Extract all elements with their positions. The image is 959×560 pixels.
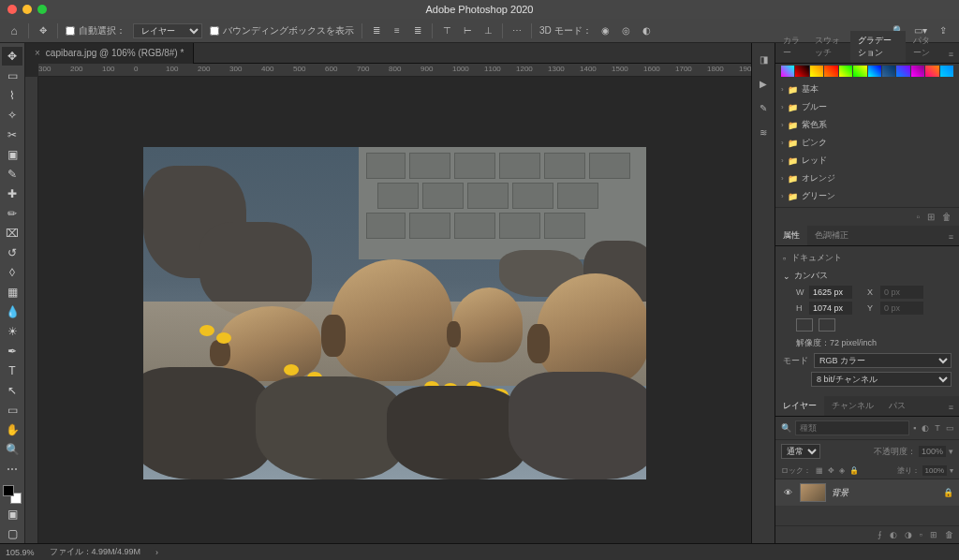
- grad-preset[interactable]: [853, 66, 866, 77]
- gradient-folder[interactable]: ›📁紫色系: [779, 116, 955, 134]
- minimize-window[interactable]: [22, 5, 32, 14]
- filter-pixel-icon[interactable]: ▪: [913, 423, 916, 433]
- tab-layers[interactable]: レイヤー: [775, 396, 824, 416]
- tab-swatches[interactable]: スウォッチ: [807, 31, 850, 63]
- more-icon[interactable]: ⋯: [510, 24, 524, 37]
- lock-all-icon[interactable]: ▦: [816, 466, 823, 475]
- zoom-level[interactable]: 105.9%: [6, 548, 35, 557]
- grad-preset[interactable]: [824, 66, 837, 77]
- tab-color[interactable]: カラー: [775, 31, 807, 63]
- panel-actions-icon[interactable]: ▶: [755, 75, 772, 92]
- fx-icon[interactable]: ⨍: [878, 530, 882, 539]
- grad-preset[interactable]: [810, 66, 823, 77]
- delete-layer-icon[interactable]: 🗑: [945, 530, 953, 539]
- frame-tool[interactable]: ▣: [2, 145, 22, 164]
- filter-shape-icon[interactable]: ▭: [946, 423, 954, 433]
- canvas-height-input[interactable]: 1074 px: [809, 302, 852, 315]
- visibility-toggle[interactable]: 👁: [781, 488, 794, 497]
- grad-preset[interactable]: [781, 66, 794, 77]
- maximize-window[interactable]: [37, 5, 47, 14]
- canvas-section-toggle[interactable]: ⌄カンバス: [783, 270, 952, 282]
- brush-tool[interactable]: ✏: [2, 204, 22, 223]
- heal-tool[interactable]: ✚: [2, 184, 22, 203]
- grad-preset[interactable]: [911, 66, 924, 77]
- group-icon[interactable]: ▫: [920, 530, 922, 539]
- adjustment-icon[interactable]: ◑: [905, 530, 912, 539]
- auto-select-target[interactable]: レイヤー: [133, 23, 202, 38]
- align-left-icon[interactable]: ≣: [370, 24, 383, 37]
- panel-menu-icon[interactable]: ≡: [943, 228, 959, 245]
- file-size[interactable]: ファイル：4.99M/4.99M: [50, 546, 141, 558]
- close-window[interactable]: [7, 5, 17, 14]
- grad-preset[interactable]: [925, 66, 938, 77]
- marquee-tool[interactable]: ▭: [2, 66, 22, 85]
- tab-patterns[interactable]: パターン: [906, 31, 943, 63]
- gradient-folder[interactable]: ›📁レッド: [779, 152, 955, 169]
- home-icon[interactable]: ⌂: [7, 24, 21, 37]
- layer-row-background[interactable]: 👁 背景 🔒: [775, 479, 959, 506]
- mask-icon[interactable]: ◐: [890, 530, 897, 539]
- gradient-folder[interactable]: ›📁基本: [779, 81, 955, 98]
- zoom-tool[interactable]: 🔍: [2, 440, 22, 459]
- canvas-width-input[interactable]: 1625 px: [809, 286, 852, 299]
- gradient-folder[interactable]: ›📁グリーン: [779, 187, 955, 205]
- align-center-icon[interactable]: ≡: [391, 24, 404, 37]
- hand-tool[interactable]: ✋: [2, 420, 22, 439]
- tab-close-icon[interactable]: ×: [35, 48, 40, 58]
- ruler-horizontal[interactable]: 3002001000100200300400500600700800900100…: [38, 64, 751, 77]
- color-swatch[interactable]: [3, 485, 22, 504]
- crop-tool[interactable]: ✂: [2, 125, 22, 144]
- grad-preset[interactable]: [839, 66, 852, 77]
- panel-brush-icon[interactable]: ✎: [755, 99, 772, 116]
- pen-tool[interactable]: ✒: [2, 342, 22, 361]
- panel-libraries-icon[interactable]: ≋: [755, 124, 772, 140]
- tab-gradients[interactable]: グラデーション: [850, 31, 905, 63]
- canvas-viewport[interactable]: [38, 77, 751, 543]
- bit-depth-select[interactable]: 8 bit/チャンネル: [811, 372, 952, 387]
- panel-menu-icon[interactable]: ≡: [943, 46, 959, 63]
- new-layer-icon[interactable]: ⊞: [930, 530, 937, 539]
- quickmask-tool[interactable]: ▣: [2, 505, 22, 523]
- panel-history-icon[interactable]: ◨: [755, 51, 772, 67]
- filter-adjust-icon[interactable]: ◐: [922, 423, 929, 433]
- orientation-portrait[interactable]: [796, 318, 813, 332]
- blur-tool[interactable]: 💧: [2, 302, 22, 321]
- distribute-vcenter-icon[interactable]: ⊢: [461, 24, 474, 37]
- grad-preset[interactable]: [896, 66, 909, 77]
- distribute-bottom-icon[interactable]: ⊥: [481, 24, 494, 37]
- edit-toolbar[interactable]: ⋯: [2, 460, 22, 479]
- shape-tool[interactable]: ▭: [2, 401, 22, 420]
- panel-menu-icon[interactable]: ≡: [943, 399, 959, 416]
- new-preset-icon[interactable]: ⊞: [927, 212, 935, 222]
- orientation-landscape[interactable]: [819, 318, 835, 332]
- history-brush-tool[interactable]: ↺: [2, 243, 22, 262]
- screenmode-tool[interactable]: ▢: [2, 524, 22, 543]
- tab-channels[interactable]: チャンネル: [824, 396, 881, 416]
- wand-tool[interactable]: ✧: [2, 106, 22, 125]
- lock-pixels-icon[interactable]: ◈: [839, 466, 845, 475]
- filter-type-icon[interactable]: T: [935, 423, 940, 433]
- gradient-tool[interactable]: ▦: [2, 283, 22, 302]
- bounding-box-toggle[interactable]: バウンディングボックスを表示: [210, 24, 354, 37]
- gradient-folder[interactable]: ›📁ピンク: [779, 134, 955, 152]
- opacity-value[interactable]: 100%: [919, 446, 946, 457]
- auto-select-toggle[interactable]: 自動選択：: [66, 24, 125, 37]
- path-select-tool[interactable]: ↖: [2, 381, 22, 400]
- trash-icon[interactable]: 🗑: [942, 212, 952, 222]
- new-folder-icon[interactable]: ▫: [916, 212, 920, 222]
- tab-paths[interactable]: パス: [881, 396, 913, 416]
- lock-icon[interactable]: 🔒: [849, 466, 859, 475]
- gradient-folder[interactable]: ›📁ブルー: [779, 98, 955, 116]
- lasso-tool[interactable]: ⌇: [2, 86, 22, 105]
- color-mode-select[interactable]: RGB カラー: [814, 353, 952, 368]
- layer-search-input[interactable]: [795, 420, 909, 435]
- eraser-tool[interactable]: ◊: [2, 263, 22, 282]
- blend-mode-select[interactable]: 通常: [781, 444, 820, 459]
- 3d-slide-icon[interactable]: ◐: [641, 24, 654, 37]
- grad-preset[interactable]: [795, 66, 808, 77]
- grad-preset[interactable]: [882, 66, 895, 77]
- 3d-orbit-icon[interactable]: ◉: [599, 24, 612, 37]
- align-right-icon[interactable]: ≣: [411, 24, 424, 37]
- stamp-tool[interactable]: ⌧: [2, 224, 22, 243]
- 3d-pan-icon[interactable]: ◎: [620, 24, 633, 37]
